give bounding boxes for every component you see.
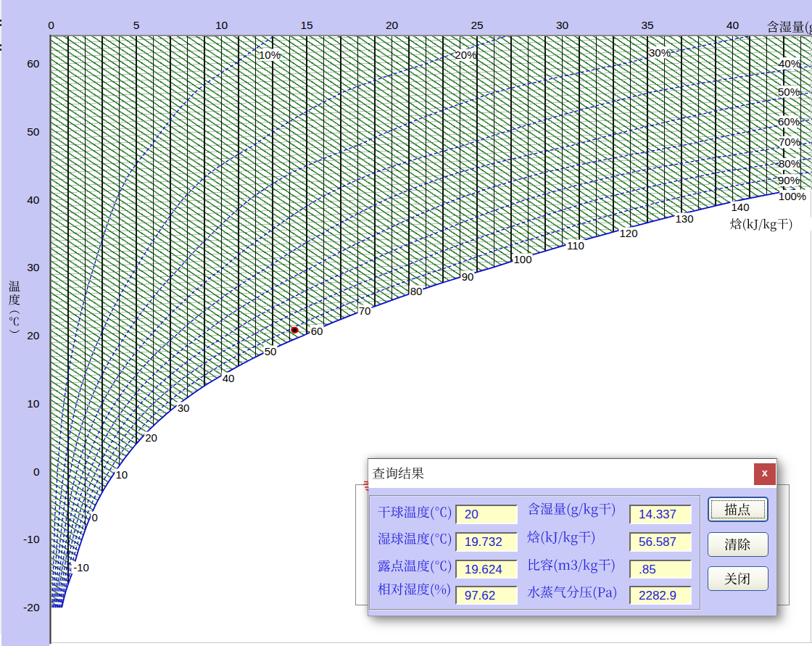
svg-text:130: 130	[675, 212, 693, 225]
svg-text:30: 30	[556, 19, 569, 31]
svg-text:40%: 40%	[779, 57, 800, 70]
svg-text:30%: 30%	[649, 46, 671, 59]
svg-text:80%: 80%	[779, 157, 800, 170]
svg-text:0: 0	[48, 19, 54, 31]
svg-text:60: 60	[311, 325, 323, 337]
svg-text:20%: 20%	[455, 49, 476, 61]
svg-text:20: 20	[145, 431, 157, 444]
svg-text:50: 50	[27, 125, 40, 138]
svg-text:-10: -10	[23, 533, 40, 545]
svg-text:5: 5	[133, 19, 140, 31]
svg-text:10: 10	[115, 468, 128, 481]
svg-text:20: 20	[386, 19, 399, 31]
svg-text:30: 30	[178, 402, 190, 414]
svg-text:10%: 10%	[259, 49, 281, 61]
svg-text:-20: -20	[23, 601, 40, 613]
svg-text:30: 30	[27, 261, 40, 273]
svg-text:40: 40	[726, 19, 740, 31]
svg-text:120: 120	[619, 227, 637, 239]
svg-text:25: 25	[471, 19, 483, 31]
svg-text:90: 90	[462, 270, 474, 283]
svg-text:80: 80	[410, 285, 423, 297]
svg-text:60: 60	[27, 57, 40, 70]
svg-text:100: 100	[513, 253, 531, 265]
svg-text:100%: 100%	[779, 190, 806, 202]
svg-text:0: 0	[91, 511, 97, 523]
svg-text:60%: 60%	[778, 115, 800, 128]
svg-text:70: 70	[359, 305, 371, 317]
svg-text:40: 40	[27, 194, 40, 206]
svg-text:-10: -10	[73, 561, 89, 573]
svg-text:90%: 90%	[778, 174, 800, 186]
svg-text:10: 10	[215, 19, 228, 31]
svg-text:15: 15	[300, 19, 312, 31]
svg-text:10: 10	[27, 397, 40, 410]
svg-text:20: 20	[27, 329, 40, 341]
svg-text:140: 140	[731, 201, 749, 213]
svg-text:110: 110	[567, 239, 584, 252]
svg-text:35: 35	[641, 19, 653, 31]
svg-text:50%: 50%	[778, 86, 800, 98]
svg-text:50: 50	[265, 345, 277, 357]
svg-text:0: 0	[33, 465, 40, 478]
svg-text:40: 40	[223, 372, 235, 384]
svg-text:70%: 70%	[779, 136, 800, 148]
